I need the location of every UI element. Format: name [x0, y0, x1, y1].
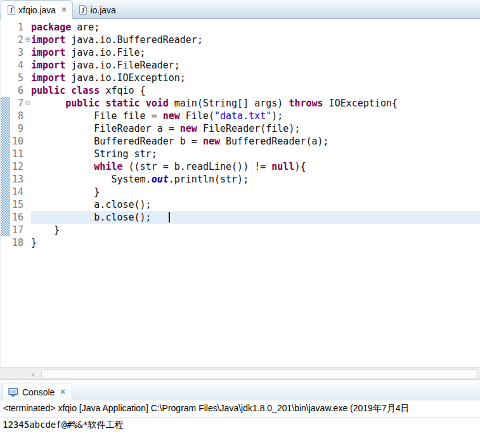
code-line[interactable]: 8 File file = new File("data.txt"); — [1, 110, 480, 122]
line-number[interactable]: 18 — [10, 236, 24, 249]
code-text[interactable]: } — [31, 224, 480, 236]
code-line[interactable]: 11 String str; — [1, 148, 480, 160]
line-number[interactable]: 9 — [10, 122, 24, 135]
code-text[interactable]: import java.io.IOException; — [31, 72, 480, 84]
code-line[interactable]: 2⊖import java.io.BufferedReader; — [1, 34, 480, 46]
code-text[interactable]: public class xfqio { — [31, 84, 480, 97]
fold-collapse-icon[interactable]: ⊖ — [24, 34, 31, 46]
gutter-spacer — [1, 236, 10, 249]
code-token: throws — [289, 98, 323, 109]
code-line[interactable]: 12 while ((str = b.readLine()) != null){ — [1, 160, 480, 173]
code-text[interactable]: File file = new File("data.txt"); — [31, 110, 480, 122]
code-line[interactable]: 10 BufferedReader b = new BufferedReader… — [1, 135, 480, 148]
code-token: File file = — [31, 110, 163, 122]
scroll-left-icon[interactable]: ‹ — [32, 369, 35, 379]
code-text[interactable]: import java.io.BufferedReader; — [31, 34, 480, 46]
gutter-spacer — [1, 72, 10, 84]
code-token: import — [31, 60, 65, 71]
gutter-spacer — [1, 46, 10, 59]
code-lines[interactable]: 1package are;2⊖import java.io.BufferedRe… — [0, 19, 480, 367]
code-token: ){ — [294, 161, 306, 172]
gutter-spacer — [1, 21, 10, 34]
code-text[interactable]: import java.io.File; — [31, 46, 480, 59]
fold-collapse-icon[interactable]: ⊖ — [24, 97, 31, 110]
line-number[interactable]: 2 — [10, 34, 24, 46]
code-text[interactable]: a.close(); — [31, 198, 480, 211]
code-line[interactable]: 9 FileReader a = new FileReader(file); — [1, 122, 480, 135]
tab-io-java[interactable]: J io.java — [73, 1, 121, 18]
fold-column — [24, 186, 31, 198]
close-icon[interactable]: ✕ — [60, 388, 65, 396]
code-line[interactable]: 14 } — [1, 186, 480, 198]
code-token: System. — [31, 174, 152, 185]
scrollbar-thumb[interactable] — [41, 369, 478, 378]
line-number[interactable]: 12 — [10, 160, 24, 173]
line-number[interactable]: 1 — [10, 21, 24, 34]
line-number[interactable]: 8 — [10, 110, 24, 122]
code-token: "data.txt" — [214, 110, 271, 122]
close-icon[interactable]: ✕ — [61, 6, 67, 14]
code-line[interactable]: 18} — [1, 236, 480, 249]
code-text[interactable]: b.close(); — [31, 211, 480, 224]
code-line[interactable]: 15 a.close(); — [1, 198, 480, 211]
text-cursor — [169, 212, 170, 222]
line-number[interactable]: 4 — [10, 59, 24, 72]
code-line[interactable]: 4import java.io.FileReader; — [1, 59, 480, 72]
code-text[interactable]: public static void main(String[] args) t… — [31, 97, 480, 110]
code-text[interactable]: while ((str = b.readLine()) != null){ — [31, 160, 480, 173]
gutter-spacer — [1, 59, 10, 72]
line-number[interactable]: 7 — [10, 97, 24, 110]
code-line[interactable]: 16 b.close(); — [1, 211, 480, 224]
code-token: public — [65, 98, 100, 109]
code-text[interactable]: import java.io.FileReader; — [31, 59, 480, 72]
code-text[interactable]: String str; — [31, 148, 480, 160]
code-line[interactable]: 7⊖ public static void main(String[] args… — [1, 97, 480, 110]
line-number[interactable]: 11 — [10, 148, 24, 160]
code-token: void — [146, 98, 169, 109]
line-number[interactable]: 15 — [10, 198, 24, 211]
code-text[interactable]: } — [31, 236, 480, 249]
code-text[interactable]: BufferedReader b = new BufferedReader(a)… — [31, 135, 480, 148]
code-token — [65, 85, 71, 96]
code-token: ((str = b.readLine()) != — [123, 161, 272, 172]
tab-label: io.java — [90, 5, 115, 15]
code-token: public — [31, 85, 65, 96]
horizontal-scrollbar[interactable]: ‹ — [0, 367, 480, 380]
code-token: null — [271, 161, 294, 172]
line-number[interactable]: 6 — [10, 84, 24, 97]
line-number[interactable]: 13 — [10, 173, 24, 186]
tab-xfqio-java[interactable]: J xfqio.java ✕ — [1, 0, 73, 19]
code-line[interactable]: 6public class xfqio { — [1, 84, 480, 97]
code-text[interactable]: System.out.println(str); — [31, 173, 480, 186]
code-line[interactable]: 1package are; — [1, 21, 480, 34]
code-token — [31, 98, 65, 109]
console-tab-bar: Console ✕ — [0, 380, 480, 400]
change-indicator-bar — [1, 173, 10, 186]
tab-label: xfqio.java — [18, 5, 56, 15]
fold-column — [24, 72, 31, 84]
console-panel: Console ✕ <terminated> xfqio [Java Appli… — [0, 380, 480, 448]
tab-console[interactable]: Console ✕ — [2, 383, 72, 400]
code-token: main(String[] args) — [169, 98, 289, 109]
line-number[interactable]: 5 — [10, 72, 24, 84]
code-text[interactable]: FileReader a = new FileReader(file); — [31, 122, 480, 135]
line-number[interactable]: 17 — [10, 224, 24, 236]
code-text[interactable]: package are; — [31, 21, 480, 34]
code-line[interactable]: 17 } — [1, 224, 480, 236]
line-number[interactable]: 16 — [10, 211, 24, 224]
svg-text:J: J — [81, 7, 84, 14]
line-number[interactable]: 10 — [10, 135, 24, 148]
code-token: import — [31, 47, 65, 58]
line-number[interactable]: 14 — [10, 186, 24, 198]
code-text[interactable]: } — [31, 186, 480, 198]
change-indicator-bar — [1, 160, 10, 173]
fold-column — [24, 173, 31, 186]
code-line[interactable]: 13 System.out.println(str); — [1, 173, 480, 186]
java-file-icon: J — [79, 5, 87, 15]
editor-tab-bar: J xfqio.java ✕ J io.java — [0, 0, 480, 19]
code-line[interactable]: 3import java.io.File; — [1, 46, 480, 59]
tab-label: Console — [22, 387, 55, 397]
code-line[interactable]: 5import java.io.IOException; — [1, 72, 480, 84]
console-output[interactable]: 12345abcdef@#%&*软件工程 — [0, 418, 480, 448]
line-number[interactable]: 3 — [10, 46, 24, 59]
